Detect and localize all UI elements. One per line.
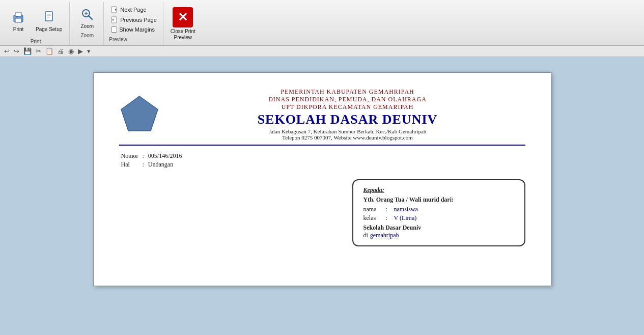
prev-page-label: Previous Page — [120, 17, 157, 23]
doc-address-line1: Jalan Kebagusan 7, Kelurahan Sumber Berk… — [170, 128, 525, 134]
next-page-label: Next Page — [120, 7, 146, 13]
print-button[interactable]: Print — [6, 7, 31, 35]
address-kelas-label: kelas — [363, 214, 384, 222]
zoom-icon — [79, 6, 95, 22]
hal-label: Hal — [119, 160, 141, 169]
doc-divider — [119, 145, 525, 146]
close-print-preview-label: Close PrintPreview — [171, 29, 195, 41]
toolbar-group-zoom: Zoom Zoom — [71, 2, 104, 45]
doc-address-line2: Telepon 0275 007007, Website www.deuniv.… — [170, 134, 525, 141]
zoom-group-label: Zoom — [80, 33, 94, 38]
close-icon: ✕ — [173, 7, 193, 27]
toolbar-group-preview: Next Page Previous Page Show Margins pre… — [105, 2, 163, 45]
address-di-label: di — [363, 232, 368, 239]
address-di-value: gemahripah — [370, 232, 399, 239]
show-margins-label: Show Margins — [119, 26, 155, 33]
prev-page-icon — [111, 16, 118, 23]
close-print-preview-button[interactable]: ✕ Close PrintPreview — [166, 2, 200, 45]
hal-colon: : — [141, 160, 146, 169]
document-header: PEMERINTAH KABUPATEN GEMAHRIPAH DINAS PE… — [119, 88, 525, 141]
address-di-row: di gemahripah — [363, 232, 514, 239]
doc-line1: PEMERINTAH KABUPATEN GEMAHRIPAH — [170, 88, 525, 96]
address-nama-colon: : — [386, 206, 392, 213]
nomor-colon: : — [141, 152, 146, 160]
print-icon — [10, 9, 26, 25]
address-kelas-colon: : — [386, 214, 392, 222]
copy-icon[interactable]: 📋 — [44, 47, 54, 55]
print-button-label: Print — [13, 26, 24, 33]
address-nama-row: nama : namsiswa — [363, 206, 514, 213]
address-kelas-row: kelas : V (Lima) — [363, 214, 514, 222]
undo-icon[interactable]: ↩ — [3, 47, 11, 55]
print-group-label: Print — [31, 39, 41, 44]
svg-line-9 — [89, 16, 92, 19]
address-container: Kepada: Yth. Orang Tua / Wali murid dari… — [119, 179, 525, 246]
print-preview-area: PEMERINTAH KABUPATEN GEMAHRIPAH DINAS PE… — [0, 57, 644, 335]
preview-group-label: preview — [109, 37, 127, 42]
address-nama-value: namsiswa — [394, 206, 418, 213]
address-box: Kepada: Yth. Orang Tua / Wali murid dari… — [352, 179, 525, 246]
svg-rect-3 — [16, 16, 18, 17]
svg-rect-2 — [15, 18, 21, 22]
address-yth: Yth. Orang Tua / Wali murid dari: — [363, 196, 514, 204]
svg-rect-4 — [45, 12, 52, 21]
doc-line2: DINAS PENDIDIKAN, PEMUDA, DAN OLAHRAGA — [170, 96, 525, 103]
page-setup-button[interactable]: Page Setup — [33, 7, 65, 35]
circle-icon[interactable]: ◉ — [67, 47, 75, 55]
quick-access-bar: ↩ ↪ 💾 ✂ 📋 🖨 ◉ ▶ ▾ — [0, 46, 644, 57]
document-title-block: PEMERINTAH KABUPATEN GEMAHRIPAH DINAS PE… — [170, 88, 525, 141]
address-school: Sekolah Dasar Deuniv — [363, 224, 514, 232]
doc-school-name: SEKOLAH DASAR DEUNIV — [170, 112, 525, 127]
show-margins-checkbox[interactable] — [111, 26, 117, 33]
address-kelas-value: V (Lima) — [394, 214, 417, 222]
document-preview: PEMERINTAH KABUPATEN GEMAHRIPAH DINAS PE… — [93, 72, 551, 286]
play-icon[interactable]: ▶ — [77, 47, 84, 55]
zoom-button[interactable]: Zoom — [75, 4, 99, 32]
nomor-label: Nomor — [119, 152, 141, 160]
svg-rect-1 — [15, 13, 21, 16]
show-margins-button[interactable]: Show Margins — [109, 25, 157, 34]
redo-icon[interactable]: ↪ — [13, 47, 20, 55]
quickbar-print-icon[interactable]: 🖨 — [57, 47, 65, 55]
cut-icon[interactable]: ✂ — [35, 47, 42, 55]
nomor-value: 005/146/2016 — [146, 152, 184, 160]
hal-value: Undangan — [146, 160, 184, 169]
page-setup-button-label: Page Setup — [36, 26, 62, 33]
address-kepada: Kepada: — [363, 186, 514, 194]
page-setup-icon — [41, 9, 57, 25]
zoom-button-label: Zoom — [80, 23, 94, 30]
pentagon-logo — [119, 94, 160, 133]
svg-marker-16 — [121, 96, 158, 131]
save-icon[interactable]: 💾 — [22, 47, 33, 55]
doc-line3: UPT DIKPORA KECAMATAN GEMARIPAH — [170, 103, 525, 111]
school-logo — [119, 94, 160, 135]
toolbar: Print Page Setup Print — [0, 0, 644, 46]
dropdown-icon[interactable]: ▾ — [86, 47, 92, 55]
toolbar-group-print: Print Page Setup Print — [2, 2, 70, 45]
doc-meta: Nomor : 005/146/2016 Hal : Undangan — [119, 152, 525, 169]
next-page-icon — [111, 6, 118, 13]
prev-page-button[interactable]: Previous Page — [109, 15, 159, 24]
address-nama-label: nama — [363, 206, 384, 213]
next-page-button[interactable]: Next Page — [109, 5, 148, 14]
